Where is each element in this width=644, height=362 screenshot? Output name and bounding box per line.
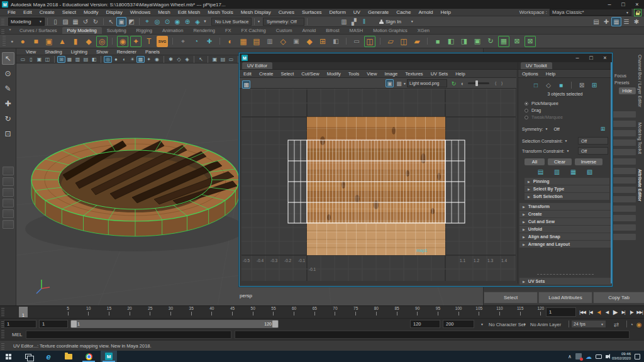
shelf-tab[interactable]: Rigging bbox=[131, 27, 157, 34]
uv-canvas[interactable]: -0.5-0.4-0.3-0.2-0.11.11.21.31.4-0.1-0.2… bbox=[242, 89, 516, 281]
scale-tool-icon[interactable]: ⊡ bbox=[2, 128, 14, 140]
combine-icon[interactable]: ▦ bbox=[238, 36, 249, 47]
action-center-icon[interactable] bbox=[635, 354, 640, 359]
platonic-solid-icon[interactable]: ◉ bbox=[117, 36, 128, 47]
menu-item[interactable]: Cache bbox=[392, 9, 414, 15]
uv-face-icon[interactable]: ■ bbox=[556, 80, 566, 90]
exposure-slider[interactable] bbox=[468, 82, 489, 84]
file-explorer-button[interactable] bbox=[60, 351, 77, 362]
menu-item[interactable]: Mesh Tools bbox=[204, 9, 236, 15]
menu-item[interactable]: Edit Mesh bbox=[174, 9, 204, 15]
drag-grip[interactable] bbox=[1, 28, 4, 34]
move-tool-icon[interactable]: ✚ bbox=[2, 97, 14, 110]
uv-window-titlebar[interactable]: M – □ × bbox=[240, 53, 612, 62]
shelf-menu-icon[interactable]: ▾ bbox=[6, 25, 14, 34]
use-all-lights-icon[interactable]: ◐ bbox=[120, 56, 128, 63]
uv-shell-icon[interactable]: ⊠ bbox=[577, 80, 587, 90]
panel-menu-item[interactable]: Shading bbox=[40, 49, 67, 55]
taskbar-clock[interactable]: 09:46 03/02/2020 bbox=[612, 352, 631, 361]
notification-badge-icon[interactable] bbox=[575, 353, 582, 359]
redo-icon[interactable]: ↻ bbox=[91, 17, 101, 26]
connect-icon[interactable]: ◨ bbox=[458, 36, 470, 47]
menu-item[interactable]: Select bbox=[58, 9, 80, 15]
undo-icon[interactable]: ↺ bbox=[80, 17, 91, 26]
uv-menu-item[interactable]: UV Sets bbox=[427, 71, 452, 77]
drag-grip[interactable] bbox=[1, 307, 4, 316]
menu-item[interactable]: Surfaces bbox=[298, 9, 326, 15]
shelf-tab[interactable]: Custom bbox=[271, 27, 297, 34]
play-backwards-button[interactable]: ◀ bbox=[603, 307, 611, 317]
shelf-options-icon[interactable]: ● bbox=[9, 36, 15, 47]
playback-range-slider[interactable]: 1 120 bbox=[70, 320, 279, 328]
speaker-icon[interactable] bbox=[606, 355, 608, 358]
quad-draw-icon[interactable]: ■ bbox=[432, 36, 443, 47]
sew-uv-icon[interactable]: ⊠ bbox=[525, 36, 536, 47]
chevron-down-icon[interactable]: ▼ bbox=[257, 19, 260, 23]
film-gate-icon[interactable]: ▦ bbox=[65, 56, 74, 63]
grid-toggle-icon[interactable]: ⊞ bbox=[57, 56, 65, 63]
shelf-tab[interactable]: Poly Modeling bbox=[62, 27, 102, 34]
modeling-toolkit-toggle-icon[interactable]: ▤ bbox=[591, 17, 601, 26]
poly-cylinder-icon[interactable]: ▮ bbox=[70, 36, 81, 47]
insert-edge-loop-icon[interactable]: ◫ bbox=[398, 36, 409, 47]
poly-plane-icon[interactable]: ◆ bbox=[83, 36, 94, 47]
uv-menu-item[interactable]: Create bbox=[255, 71, 277, 77]
uv-menu-item[interactable]: Tools bbox=[345, 71, 364, 77]
shelf-tab[interactable]: Bifrost bbox=[321, 27, 344, 34]
shelf-tab[interactable]: Rendering bbox=[188, 27, 220, 34]
select-border-icon[interactable]: ▥ bbox=[552, 167, 562, 177]
transform-constraint-value[interactable]: Off bbox=[578, 147, 608, 155]
origin-snap-icon[interactable]: ✚ bbox=[204, 36, 215, 47]
exposure-icon[interactable]: ◈ bbox=[183, 56, 191, 63]
tab-channel-box[interactable]: Channel Box / Layer Editor bbox=[638, 55, 642, 107]
snap-to-curve-icon[interactable]: ◎ bbox=[152, 17, 162, 26]
toolkit-section-pinning[interactable]: ▶Pinning bbox=[525, 178, 609, 185]
fill-hole-icon[interactable]: ▥ bbox=[264, 36, 275, 47]
uv-grid-select-icon[interactable]: ⊞ bbox=[589, 80, 599, 90]
lasso-tool-icon[interactable]: ⊙ bbox=[2, 67, 14, 80]
shelf-tab[interactable]: MASH bbox=[345, 27, 369, 34]
auto-key-icon[interactable]: ◉ bbox=[634, 320, 644, 329]
playback-start-field[interactable]: 1 bbox=[39, 320, 68, 328]
uv-menu-item[interactable]: Help bbox=[452, 71, 469, 77]
isolate-select-icon[interactable]: ↖ bbox=[197, 56, 205, 63]
edge-taskbar-button[interactable]: e bbox=[40, 351, 57, 362]
anim-layer-selector[interactable]: No Anim Layer bbox=[530, 322, 561, 327]
ipr-render-icon[interactable]: ▞ bbox=[349, 17, 359, 26]
xray-joints-icon[interactable]: ◇ bbox=[175, 56, 183, 63]
screen-space-ao-icon[interactable]: ▩ bbox=[136, 56, 145, 63]
time-slider[interactable]: 1 51015202530354045505560657075808590951… bbox=[0, 305, 644, 318]
grow-selection-icon[interactable]: ▧ bbox=[585, 167, 595, 177]
pause-icon[interactable]: ‖ bbox=[359, 17, 369, 26]
exposure-toggle-icon[interactable]: ◐ bbox=[458, 79, 467, 87]
focus-button[interactable]: Focus bbox=[614, 74, 636, 78]
snap-to-view-plane-icon[interactable]: ⊕ bbox=[182, 17, 192, 26]
next-arrow-icon[interactable]: ⟩ bbox=[499, 79, 505, 87]
drag-grip[interactable] bbox=[1, 18, 4, 25]
new-scene-icon[interactable]: ▯ bbox=[50, 17, 60, 26]
copy-tab-button[interactable]: Copy Tab bbox=[593, 292, 644, 304]
toolkit-section-soft-selection[interactable]: ▶Soft Selection bbox=[525, 193, 609, 200]
shelf-tab[interactable]: Curves / Surfaces bbox=[14, 27, 62, 34]
menu-item[interactable]: Mesh Display bbox=[237, 9, 275, 15]
snap-to-point-icon[interactable]: ⊙ bbox=[162, 17, 172, 26]
uv-edge-icon[interactable]: ◇ bbox=[543, 80, 553, 90]
svg-tool-icon[interactable]: SVG bbox=[157, 36, 168, 47]
menu-item[interactable]: File bbox=[4, 9, 19, 15]
sculpt-icon[interactable]: ◫ bbox=[364, 36, 375, 47]
uv-maximize-button[interactable]: □ bbox=[584, 53, 598, 62]
play-forwards-button[interactable]: ▶ bbox=[611, 307, 619, 317]
menu-item[interactable]: UV bbox=[350, 9, 364, 15]
channel-box-toggle-icon[interactable]: ▦ bbox=[611, 17, 621, 26]
image-plane-icon[interactable]: ▣ bbox=[35, 56, 43, 63]
uv-editor-shelf-icon[interactable]: ▦ bbox=[498, 36, 509, 47]
shelf-tab[interactable]: Arnold bbox=[297, 27, 321, 34]
playback-loop-icon[interactable]: ⇄ bbox=[611, 320, 621, 329]
command-input[interactable] bbox=[26, 331, 231, 339]
current-frame-field[interactable]: 1 bbox=[546, 307, 576, 317]
toolkit-section-arrange-and-layout[interactable]: ▶Arrange and Layout bbox=[519, 241, 611, 248]
panel-scrollbar[interactable] bbox=[611, 62, 612, 283]
symmetry-field[interactable]: Symmetry: Off bbox=[263, 18, 304, 26]
panel-splitter[interactable] bbox=[537, 274, 594, 275]
network-icon[interactable] bbox=[596, 354, 602, 359]
